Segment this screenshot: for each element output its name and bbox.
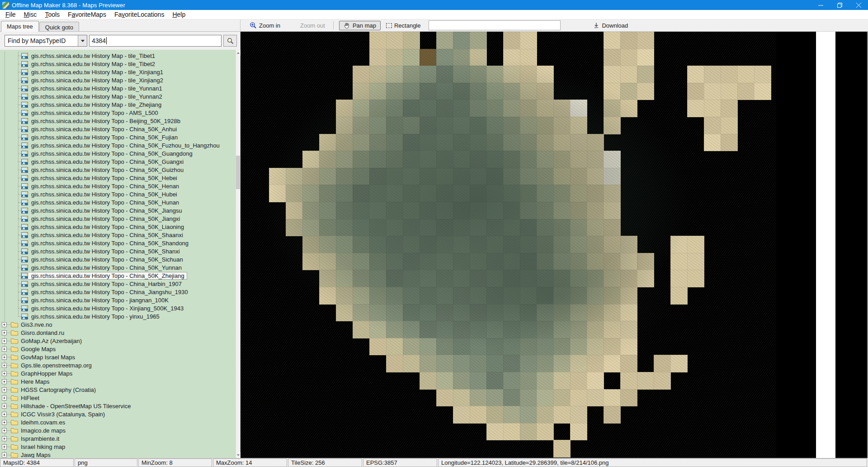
tree-item-map-layer[interactable]: gis.rchss.sinica.edu.tw History Topo - C… xyxy=(0,133,236,141)
expand-plus-icon[interactable] xyxy=(2,355,7,360)
tree-item-map-group[interactable]: Imagico.de maps xyxy=(0,426,236,434)
tree-item-map-layer[interactable]: gis.rchss.sinica.edu.tw History Topo - C… xyxy=(0,149,236,157)
tree-item-map-layer[interactable]: gis.rchss.sinica.edu.tw History Topo - C… xyxy=(0,182,236,190)
expand-plus-icon[interactable] xyxy=(2,444,7,449)
minimize-button[interactable] xyxy=(811,0,830,10)
tree-item-map-layer[interactable]: gis.rchss.sinica.edu.tw History Topo - y… xyxy=(0,312,236,320)
tree-item-map-group[interactable]: HiFleet xyxy=(0,394,236,402)
tree-item-map-group[interactable]: Gps.tile.openstreetmap.org xyxy=(0,361,236,369)
tree-item-map-layer[interactable]: gis.rchss.sinica.edu.tw History Map - ti… xyxy=(0,60,236,68)
tree-item-map-layer[interactable]: gis.rchss.sinica.edu.tw History Map - ti… xyxy=(0,92,236,100)
tree-item-map-layer[interactable]: gis.rchss.sinica.edu.tw History Topo - C… xyxy=(0,174,236,182)
tree-item-map-layer[interactable]: gis.rchss.sinica.edu.tw History Topo - C… xyxy=(0,206,236,214)
tab-quick-goto[interactable]: Quick goto xyxy=(39,22,79,31)
tree-item-map-layer[interactable]: gis.rchss.sinica.edu.tw History Topo - C… xyxy=(0,223,236,231)
tree-item-map-layer[interactable]: gis.rchss.sinica.edu.tw History Topo - C… xyxy=(0,125,236,133)
menu-favoritelocations[interactable]: FavoriteLocations xyxy=(110,10,169,19)
tree-item-map-group[interactable]: Jawg Maps xyxy=(0,451,236,458)
map-image-icon xyxy=(21,305,28,311)
expand-plus-icon[interactable] xyxy=(2,412,7,417)
tree-item-map-group[interactable]: Hillshade - OpenStreetMap US Tileservice xyxy=(0,402,236,410)
menu-file[interactable]: File xyxy=(1,10,20,19)
scroll-up-icon[interactable] xyxy=(236,50,241,56)
tree-item-map-layer[interactable]: gis.rchss.sinica.edu.tw History Map - ti… xyxy=(0,100,236,109)
map-tile xyxy=(486,338,504,356)
map-tile xyxy=(369,287,387,305)
expand-plus-icon[interactable] xyxy=(2,371,7,376)
map-tile xyxy=(353,185,370,202)
tree-item-map-group[interactable]: Here Maps xyxy=(0,377,236,386)
scrollbar-thumb[interactable] xyxy=(236,156,241,189)
tree-item-map-group[interactable]: Ideihm.covam.es xyxy=(0,418,236,426)
tree-item-map-layer[interactable]: gis.rchss.sinica.edu.tw History Map - ti… xyxy=(0,68,236,76)
expand-plus-icon[interactable] xyxy=(2,420,7,425)
tree-item-map-layer[interactable]: gis.rchss.sinica.edu.tw History Topo - C… xyxy=(0,288,236,296)
tree-item-map-layer[interactable]: gis.rchss.sinica.edu.tw History Topo - C… xyxy=(0,190,236,198)
tree-item-map-layer[interactable]: gis.rchss.sinica.edu.tw History Topo - C… xyxy=(0,255,236,263)
tree-item-map-layer[interactable]: gis.rchss.sinica.edu.tw History Topo - C… xyxy=(0,263,236,272)
search-button[interactable] xyxy=(223,35,237,47)
pan-map-button[interactable]: Pan map xyxy=(339,21,381,30)
expand-plus-icon[interactable] xyxy=(2,338,7,343)
expand-plus-icon[interactable] xyxy=(2,322,7,327)
scroll-down-icon[interactable] xyxy=(236,452,241,458)
tree-item-map-group[interactable]: GraphHopper Maps xyxy=(0,369,236,377)
tree-item-map-layer[interactable]: gis.rchss.sinica.edu.tw History Map - ti… xyxy=(0,84,236,92)
tree-item-map-layer[interactable]: gis.rchss.sinica.edu.tw History Topo - B… xyxy=(0,117,236,125)
expand-plus-icon[interactable] xyxy=(2,428,7,433)
tree-item-map-layer[interactable]: gis.rchss.sinica.edu.tw History Map - ti… xyxy=(0,76,236,84)
expand-plus-icon[interactable] xyxy=(2,387,7,392)
tree-item-map-layer[interactable]: gis.rchss.sinica.edu.tw History Topo - C… xyxy=(0,239,236,247)
tree-item-map-layer[interactable]: gis.rchss.sinica.edu.tw History Topo - C… xyxy=(0,231,236,239)
tree-item-map-layer[interactable]: gis.rchss.sinica.edu.tw History Topo - C… xyxy=(0,141,236,149)
map-tile xyxy=(386,100,403,117)
tree-item-map-layer[interactable]: gis.rchss.sinica.edu.tw History Topo - C… xyxy=(0,157,236,166)
map-tile xyxy=(520,338,537,356)
tree-scrollbar[interactable] xyxy=(236,50,240,458)
coordinate-input[interactable] xyxy=(429,20,561,30)
tree-item-map-layer[interactable]: gis.rchss.sinica.edu.tw History Topo - C… xyxy=(0,247,236,255)
tree-item-map-group[interactable]: Google Maps xyxy=(0,345,236,353)
tree-item-map-layer[interactable]: gis.rchss.sinica.edu.tw History Topo - A… xyxy=(0,109,236,117)
tree-item-map-layer[interactable]: gis.rchss.sinica.edu.tw History Topo - C… xyxy=(0,166,236,174)
tab-maps-tree[interactable]: Maps tree xyxy=(1,21,39,32)
chevron-down-icon[interactable] xyxy=(78,35,87,46)
download-button[interactable]: Download xyxy=(590,21,631,30)
expand-plus-icon[interactable] xyxy=(2,404,7,409)
close-button[interactable] xyxy=(849,0,868,10)
tree-item-map-layer[interactable]: gis.rchss.sinica.edu.tw History Topo - C… xyxy=(0,280,236,288)
tree-item-map-group[interactable]: Israel hiking map xyxy=(0,443,236,451)
menu-misc[interactable]: Misc xyxy=(20,10,41,19)
map-viewport[interactable] xyxy=(241,32,868,458)
menu-favoritemaps[interactable]: FavoriteMaps xyxy=(64,10,110,19)
tree-item-map-group[interactable]: Isprambiente.it xyxy=(0,434,236,443)
tree-item-map-group[interactable]: HGSS Cartography (Croatia) xyxy=(0,386,236,394)
zoom-out-button[interactable]: Zoom out xyxy=(297,21,328,30)
tree-connector xyxy=(18,125,21,129)
tree-item-map-layer[interactable]: gis.rchss.sinica.edu.tw History Topo - j… xyxy=(0,296,236,304)
tree-item-map-layer[interactable]: gis.rchss.sinica.edu.tw History Topo - X… xyxy=(0,304,236,312)
expand-plus-icon[interactable] xyxy=(2,396,7,400)
tree-item-map-group[interactable]: GoMap.Az (Azerbaijan) xyxy=(0,337,236,345)
find-by-dropdown[interactable]: Find by MapsTypeID xyxy=(5,35,87,47)
menu-help[interactable]: Help xyxy=(168,10,189,19)
expand-plus-icon[interactable] xyxy=(2,347,7,352)
tree-item-map-layer[interactable]: gis.rchss.sinica.edu.tw History Map - ti… xyxy=(0,52,236,60)
tree-item-map-group[interactable]: ICGC Vissir3 (Catalunya, Spain) xyxy=(0,410,236,418)
tree-item-map-group[interactable]: Gisro.donland.ru xyxy=(0,329,236,337)
tree-item-map-group[interactable]: Gis3.nve.no xyxy=(0,320,236,329)
rectangle-button[interactable]: Rectangle xyxy=(383,21,424,30)
tree-item-map-layer[interactable]: gis.rchss.sinica.edu.tw History Topo - C… xyxy=(0,198,236,206)
expand-plus-icon[interactable] xyxy=(2,379,7,384)
expand-plus-icon[interactable] xyxy=(2,453,7,457)
expand-plus-icon[interactable] xyxy=(2,330,7,335)
tree-item-map-layer[interactable]: gis.rchss.sinica.edu.tw History Topo - C… xyxy=(0,214,236,223)
expand-plus-icon[interactable] xyxy=(2,363,7,368)
tree-item-map-group[interactable]: GovMap Israel Maps xyxy=(0,353,236,361)
restore-button[interactable] xyxy=(830,0,849,10)
menu-tools[interactable]: Tools xyxy=(41,10,64,19)
zoom-in-button[interactable]: Zoom in xyxy=(247,21,283,30)
tree-item-map-layer[interactable]: gis.rchss.sinica.edu.tw History Topo - C… xyxy=(0,272,236,280)
search-input[interactable]: 4384 xyxy=(89,35,222,47)
expand-plus-icon[interactable] xyxy=(2,436,7,441)
